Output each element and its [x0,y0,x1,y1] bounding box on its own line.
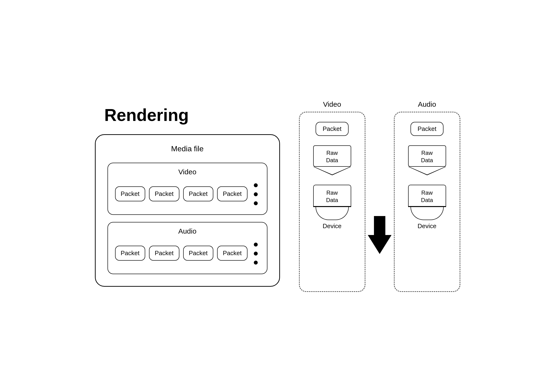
video-packet-4: Packet [217,186,248,201]
video-stream-label: Video [178,168,196,176]
arrow-shaft [374,216,385,235]
audio-column-header: Audio [418,100,436,108]
video-raw-data-device: RawData Device [313,185,351,230]
media-file-label: Media file [108,144,267,153]
audio-device-label: Device [418,222,436,230]
video-raw-data-top-box: RawData [313,145,351,167]
media-file-box: Media file Video Packet Packet Packet Pa… [95,134,280,287]
audio-device-bowl [410,207,444,220]
video-column-header: Video [323,100,341,108]
audio-packet-4: Packet [217,246,248,261]
audio-packets-row: Packet Packet Packet Packet ● ● ● [115,240,260,267]
video-decode-packet: Packet [316,122,349,136]
audio-raw-data-top-box: RawData [408,145,446,167]
video-stream-box: Video Packet Packet Packet Packet ● ● ● [108,163,267,215]
video-raw-data-top-chevron [313,167,351,175]
video-device-symbol [313,207,351,220]
decode-down-arrow-container [365,216,394,292]
audio-device-symbol [408,207,446,220]
audio-stream-label: Audio [178,227,197,235]
rendering-title: Rendering [104,105,189,125]
audio-packet-1: Packet [115,246,146,261]
decode-section: Video Packet RawData RawData Device [299,100,460,292]
arrow-head [368,235,392,254]
video-packet-3: Packet [183,186,213,201]
video-dashed-column: Packet RawData RawData Device [299,112,365,292]
video-packets-row: Packet Packet Packet Packet ● ● ● [115,180,260,207]
audio-decode-packet: Packet [410,122,444,136]
rendering-section: Rendering Media file Video Packet Packet… [95,105,280,287]
decode-down-arrow [368,216,392,254]
video-packet-2: Packet [149,186,179,201]
audio-dots: ● ● ● [253,240,260,267]
video-raw-data-top: RawData [313,145,351,175]
video-raw-data-bottom-box: RawData [313,185,351,207]
audio-raw-data-top-chevron [408,167,446,175]
main-container: Rendering Media file Video Packet Packet… [81,86,475,306]
audio-stream-box: Audio Packet Packet Packet Packet ● ● ● [108,222,267,274]
audio-raw-data-top: RawData [408,145,446,175]
audio-packet-2: Packet [149,246,179,261]
audio-dashed-column: Packet RawData RawData Device [394,112,460,292]
video-column-wrapper: Video Packet RawData RawData Device [299,100,365,292]
audio-packet-3: Packet [183,246,213,261]
video-device-label: Device [323,222,342,230]
audio-column-wrapper: Audio Packet RawData RawData Device [394,100,460,292]
video-dots: ● ● ● [253,180,260,207]
video-device-bowl [316,207,349,220]
video-packet-1: Packet [115,186,146,201]
audio-raw-data-device: RawData Device [408,185,446,230]
audio-raw-data-bottom-box: RawData [408,185,446,207]
